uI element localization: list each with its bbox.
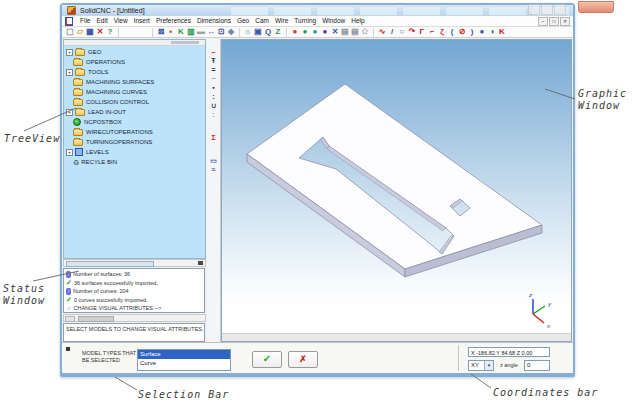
paren-close-icon[interactable]: ) — [467, 27, 477, 37]
tree-item-label: GEO — [88, 49, 101, 55]
list-b-icon[interactable]: ▤ — [350, 27, 360, 37]
dash-icon[interactable]: ‒ — [207, 47, 220, 56]
menu-file[interactable]: File — [77, 16, 93, 26]
chevron-down-icon[interactable]: ▾ — [484, 361, 493, 370]
magnifier-icon[interactable]: Q — [263, 27, 273, 37]
gear-icon[interactable]: ☼ — [243, 27, 253, 37]
u-shape-icon[interactable]: ∪ — [207, 101, 220, 110]
recycle-bin-icon: ♻ — [73, 159, 79, 166]
expand-icon[interactable]: + — [66, 69, 73, 76]
trim-icon[interactable]: ⌐ — [427, 27, 437, 37]
tree-item-geo[interactable]: +GEO — [64, 47, 205, 57]
menu-view[interactable]: View — [111, 16, 131, 26]
menu-preferences[interactable]: Preferences — [153, 16, 194, 26]
circle-slash-icon[interactable]: ⊘ — [457, 27, 467, 37]
tree-item-recycle-bin[interactable]: ♻RECYLE BIN — [64, 157, 205, 167]
horizontal-arrows-icon[interactable]: ↔ — [206, 27, 216, 37]
tree-item-wirecutoperations[interactable]: WIRECUTOPERATIONS — [64, 127, 205, 137]
tree-item-machining-curves[interactable]: MACHINING CURVES — [64, 87, 205, 97]
menu-dimensions[interactable]: Dimensions — [194, 16, 234, 26]
open-folder-icon[interactable]: ▱ — [75, 27, 85, 37]
wave-icon[interactable]: ~ — [207, 74, 220, 83]
circle-icon[interactable]: ○ — [397, 27, 407, 37]
colon-icon[interactable]: : — [207, 92, 220, 101]
graphic-window[interactable]: z y x — [221, 39, 572, 342]
expand-icon[interactable]: + — [66, 109, 73, 116]
new-file-icon[interactable]: ▢ — [65, 27, 75, 37]
axis-label-y: y — [547, 301, 552, 307]
scrollbar-thumb[interactable] — [78, 316, 114, 322]
tree-item-levels[interactable]: +LEVELS — [64, 147, 205, 157]
teal-ball-icon[interactable]: ● — [310, 27, 320, 37]
green-ball-icon[interactable]: ● — [300, 27, 310, 37]
toolbar-separator — [286, 28, 287, 37]
cancel-button[interactable]: ✗ — [288, 351, 318, 368]
panel-grip[interactable] — [66, 347, 70, 351]
z-view-icon[interactable]: Z — [273, 27, 283, 37]
diamond-icon[interactable]: ◈ — [226, 27, 236, 37]
status-message: ✓0 curves succesfully imported. — [65, 296, 204, 305]
spline-icon[interactable]: ζ — [437, 27, 447, 37]
equals-icon[interactable]: = — [207, 65, 220, 74]
tree-item-turningoperations[interactable]: TURNINGOPERATIONS — [64, 137, 205, 147]
levels-icon — [75, 148, 83, 156]
zigzag-icon[interactable]: K — [176, 27, 186, 37]
tree-item-operations[interactable]: OPERATIONS — [64, 57, 205, 67]
status-window: iNumber of surfaces: 36 ✓36 surfaces suc… — [63, 268, 205, 313]
save-icon[interactable]: ▦ — [85, 27, 95, 37]
zoom-window-icon[interactable]: ⊡ — [216, 27, 226, 37]
tree-item-ncpostbox[interactable]: NCPOSTBOX — [64, 117, 205, 127]
confirm-button[interactable]: ✓ — [252, 351, 282, 368]
star-icon[interactable]: ✩ — [360, 27, 370, 37]
polyline-icon[interactable]: ∿ — [377, 27, 387, 37]
square-icon[interactable]: ▪ — [207, 83, 220, 92]
scrollbar-grip[interactable] — [198, 261, 203, 265]
listbox-option-curve[interactable]: Curve — [138, 359, 230, 368]
menu-insert[interactable]: Insert — [131, 16, 153, 26]
k-curve-icon[interactable]: K — [497, 27, 507, 37]
z-angle-field[interactable]: 0 — [524, 360, 550, 371]
list-a-icon[interactable]: ▤ — [340, 27, 350, 37]
plane-dropdown[interactable]: XY ▾ — [468, 360, 494, 371]
tree-item-label: TURNINGOPERATIONS — [86, 139, 152, 145]
tree-horizontal-scrollbar[interactable] — [63, 259, 206, 267]
status-scrollbar[interactable] — [63, 314, 206, 322]
tree-item-tools[interactable]: +TOOLS — [64, 67, 205, 77]
tree-item-collision-control[interactable]: COLLISION CONTROL — [64, 97, 205, 107]
bar-chart-icon[interactable]: ▥ — [186, 27, 196, 37]
blue-x-icon[interactable]: ✕ — [330, 27, 340, 37]
sigma-icon[interactable]: Σ — [207, 133, 220, 142]
box-icon[interactable]: ▭ — [207, 156, 220, 165]
half-moon-icon[interactable]: ◑ — [487, 27, 497, 37]
folder-icon — [73, 79, 83, 86]
red-square-icon[interactable]: ▪ — [166, 27, 176, 37]
treeview-scrollbar[interactable] — [64, 40, 205, 46]
monitor-icon[interactable]: ▣ — [253, 27, 263, 37]
expand-icon[interactable]: + — [66, 49, 73, 56]
delete-icon[interactable]: ✕ — [95, 27, 105, 37]
help-icon[interactable]: ? — [105, 27, 115, 37]
approx-icon[interactable]: ≈ — [207, 165, 220, 174]
dash-icon[interactable]: ▬ — [196, 27, 206, 37]
scrollbar-button[interactable] — [65, 316, 75, 322]
select-box-icon[interactable]: ⊠ — [156, 27, 166, 37]
listbox-option-surface[interactable]: Surface — [138, 350, 230, 359]
paren-open-icon[interactable]: ( — [447, 27, 457, 37]
corner-icon[interactable]: Γ — [417, 27, 427, 37]
line-icon[interactable]: / — [387, 27, 397, 37]
dots-icon[interactable]: : — [207, 110, 220, 119]
purple-ball-icon[interactable]: ● — [320, 27, 330, 37]
dot-icon[interactable]: ● — [477, 27, 487, 37]
t-bar-icon[interactable]: Ŧ — [207, 56, 220, 65]
expand-icon[interactable]: + — [66, 149, 73, 156]
scrollbar-thumb[interactable] — [66, 261, 154, 267]
check-icon: ✓ — [66, 296, 72, 304]
status-message: iNumber of surfaces: 36 — [65, 270, 204, 279]
menu-edit[interactable]: Edit — [93, 16, 110, 26]
tree-item-label: MACHINING CURVES — [86, 89, 147, 95]
tree-item-machining-surfaces[interactable]: MACHINING SURFACES — [64, 77, 205, 87]
arc-icon[interactable]: ↷ — [407, 27, 417, 37]
red-ball-icon[interactable]: ● — [290, 27, 300, 37]
tree-item-lead-in-out[interactable]: +LEAD IN-OUT — [64, 107, 205, 117]
model-type-listbox[interactable]: Surface Curve — [137, 349, 231, 371]
